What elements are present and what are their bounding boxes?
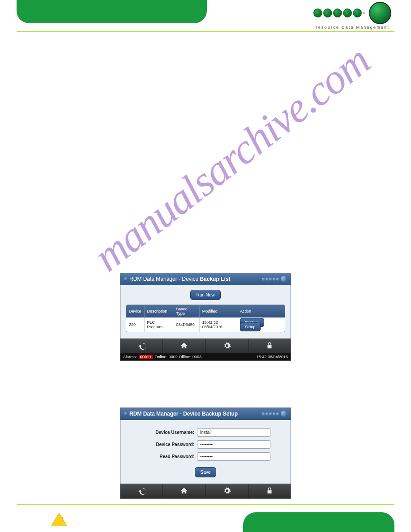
table-header-row: Device Description Saved Type Modified A… [126,305,285,317]
brand-tagline: Resource Data Management [313,25,390,30]
table-row: 229 PLC Program 084D6459 15:42:32 08/04/… [126,317,285,332]
offline-label: Offline: [179,355,191,359]
nav-home-button[interactable] [163,484,206,498]
status-bar: Alarms: 00011 Online: 0002 Offline: 0003… [120,353,291,360]
home-icon [180,487,188,495]
alarms-label: Alarms: [123,355,137,359]
title-suffix: Backup List [198,276,230,282]
nav-settings-button[interactable] [206,484,248,498]
back-arrow-icon [137,342,146,350]
titlebar-logo-icon [262,276,287,282]
nav-home-button[interactable] [163,339,206,353]
title-prefix: RDM Data Manager - Device [129,276,198,282]
nav-back-button[interactable] [120,484,163,498]
col-device: Device [126,305,144,317]
nav-back-button[interactable] [120,339,163,353]
nav-settings-button[interactable] [206,339,248,353]
nav-lock-button[interactable] [248,339,291,353]
save-button[interactable]: Save [195,467,217,477]
titlebar-dot-icon [124,277,128,281]
offline-count: 0003 [193,355,201,359]
footer-tab [243,512,394,532]
header-divider [17,31,394,32]
gear-icon [223,342,231,350]
setup-button[interactable]: Setup [240,322,261,331]
username-label: Device Username: [141,430,194,435]
online-count: 0002 [169,355,178,359]
footer-divider [17,504,394,505]
header-tab [17,0,207,23]
cell-device: 229 [126,317,144,332]
gear-icon [223,487,231,495]
brand-logo: Resource Data Management [313,2,391,30]
alarms-count: 00011 [139,355,153,359]
col-saved-type: Saved Type [173,305,200,317]
clock-text: 15:42 08/04/2016 [257,355,288,359]
bottom-nav [120,484,291,498]
warning-triangle-icon: ⚡ [51,513,67,526]
run-now-button[interactable]: Run Now [190,290,220,300]
screenshot-backup-setup: RDM Data Manager - Device Backup Setup D… [120,408,291,499]
screenshot-backup-list: RDM Data Manager - Device Backup List Ru… [120,273,291,361]
nav-lock-button[interactable] [248,484,291,498]
lock-icon [265,487,274,495]
read-password-label: Read Password: [141,454,194,459]
cell-modified: 15:42:32 08/04/2016 [199,317,237,332]
bottom-nav [120,339,291,353]
window-title: RDM Data Manager - Device Backup Setup [129,411,262,417]
window-titlebar: RDM Data Manager - Device Backup List [120,273,291,285]
read-password-input[interactable] [197,452,270,461]
cell-saved-type: 084D6459 [173,317,200,332]
back-arrow-icon [137,487,146,495]
cell-description: PLC Program [144,317,173,332]
col-action: Action [237,305,285,317]
device-password-input[interactable] [197,440,270,449]
col-modified: Modified [199,305,237,317]
online-label: Online: [155,355,168,359]
titlebar-dot-icon [124,412,128,416]
watermark-text: manualsarchive.com [84,55,355,281]
lock-icon [265,342,274,350]
username-input[interactable] [197,428,270,437]
titlebar-logo-icon [262,411,287,417]
device-password-label: Device Password: [141,442,194,447]
col-description: Description [144,305,173,317]
window-titlebar: RDM Data Manager - Device Backup Setup [120,408,291,420]
home-icon [180,342,188,350]
backup-table: Device Description Saved Type Modified A… [126,305,285,332]
